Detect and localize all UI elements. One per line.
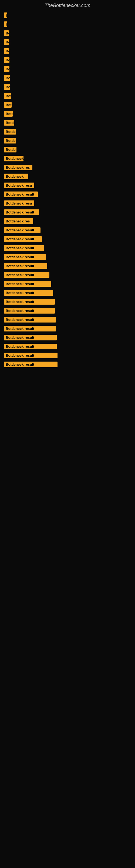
result-row: Bottle xyxy=(4,138,131,144)
result-label: Bottleneck result xyxy=(4,236,42,242)
result-row: Bottleneck result xyxy=(4,326,131,332)
result-row: Bottleneck xyxy=(4,156,131,161)
result-label: Bottleneck resu xyxy=(4,183,34,188)
result-row: Bottleneck resu xyxy=(4,200,131,206)
result-row: Bottleneck result xyxy=(4,272,131,278)
site-title: TheBottlenecker.com xyxy=(0,0,135,10)
result-row: Bott xyxy=(4,111,131,117)
result-row: Bottleneck resu xyxy=(4,183,131,188)
result-row: Bot xyxy=(4,102,131,108)
result-label: Bottleneck result xyxy=(4,308,55,314)
result-label: Bottleneck result xyxy=(4,344,57,349)
result-label: Bott xyxy=(4,111,13,117)
result-label: Bottleneck result xyxy=(4,335,57,340)
result-row: Bottleneck result xyxy=(4,352,131,358)
result-label: Bottleneck result xyxy=(4,281,51,287)
result-row: Bo xyxy=(4,48,131,54)
result-label: Bottleneck result xyxy=(4,326,56,332)
result-row: Bo xyxy=(4,30,131,36)
result-row: Bottleneck result xyxy=(4,263,131,269)
result-row: B xyxy=(4,22,131,27)
result-row: Bottleneck result xyxy=(4,236,131,242)
result-label: Bottleneck resu xyxy=(4,200,34,206)
result-row: Bottleneck result xyxy=(4,227,131,233)
result-label: Bottleneck result xyxy=(4,352,57,358)
result-label: Bottleneck result xyxy=(4,272,49,278)
result-label: Bot xyxy=(4,93,11,99)
result-label: Bo xyxy=(4,57,9,63)
result-label: Bottleneck result xyxy=(4,245,44,251)
result-label: Bottle xyxy=(4,129,16,134)
result-label: Bottleneck result xyxy=(4,290,53,296)
result-row: Bottleneck result xyxy=(4,245,131,251)
result-row: Bottleneck result xyxy=(4,191,131,197)
result-row: Bottleneck result xyxy=(4,299,131,305)
result-row: Bo xyxy=(4,39,131,45)
result-label: Bottleneck result xyxy=(4,209,39,215)
result-row: Bo xyxy=(4,84,131,90)
result-row: Bo xyxy=(4,66,131,72)
result-label: B xyxy=(4,12,7,18)
result-row: Bottle xyxy=(4,147,131,152)
result-label: Bottleneck result xyxy=(4,263,47,269)
result-label: Bo xyxy=(4,30,9,36)
result-row: Bottl xyxy=(4,120,131,126)
result-row: Bottleneck r xyxy=(4,174,131,179)
result-label: Bottl xyxy=(4,120,14,126)
result-row: Bottleneck result xyxy=(4,209,131,215)
result-label: Bottleneck result xyxy=(4,299,55,305)
result-row: Bot xyxy=(4,93,131,99)
result-label: Bottleneck res xyxy=(4,218,33,224)
result-row: Bottleneck res xyxy=(4,165,131,170)
result-label: Bottleneck result xyxy=(4,317,56,322)
result-label: Bottle xyxy=(4,147,16,152)
result-label: Bottleneck result xyxy=(4,254,46,260)
results-container: BBBoBoBoBoBoBoBoBotBotBottBottlBottleBot… xyxy=(0,10,135,373)
result-label: Bo xyxy=(4,84,10,90)
result-row: Bottleneck result xyxy=(4,344,131,349)
result-label: Bottleneck result xyxy=(4,362,57,367)
result-row: Bottle xyxy=(4,129,131,134)
result-row: Bo xyxy=(4,57,131,63)
result-label: Bo xyxy=(4,39,9,45)
result-row: B xyxy=(4,12,131,18)
result-row: Bottleneck result xyxy=(4,335,131,340)
result-label: Bottleneck result xyxy=(4,227,41,233)
result-label: Bottleneck r xyxy=(4,174,28,179)
result-label: Bottleneck res xyxy=(4,165,32,170)
result-label: Bottleneck result xyxy=(4,191,38,197)
result-label: Bo xyxy=(4,48,9,54)
result-label: Bot xyxy=(4,102,12,108)
result-label: Bottle xyxy=(4,138,16,144)
result-row: Bottleneck result xyxy=(4,281,131,287)
result-label: Bo xyxy=(4,75,10,81)
result-label: B xyxy=(4,22,7,27)
result-row: Bottleneck res xyxy=(4,218,131,224)
result-label: Bottleneck xyxy=(4,156,24,161)
result-row: Bottleneck result xyxy=(4,317,131,322)
result-label: Bo xyxy=(4,66,9,72)
result-row: Bottleneck result xyxy=(4,290,131,296)
result-row: Bottleneck result xyxy=(4,254,131,260)
result-row: Bottleneck result xyxy=(4,362,131,367)
result-row: Bo xyxy=(4,75,131,81)
result-row: Bottleneck result xyxy=(4,308,131,314)
